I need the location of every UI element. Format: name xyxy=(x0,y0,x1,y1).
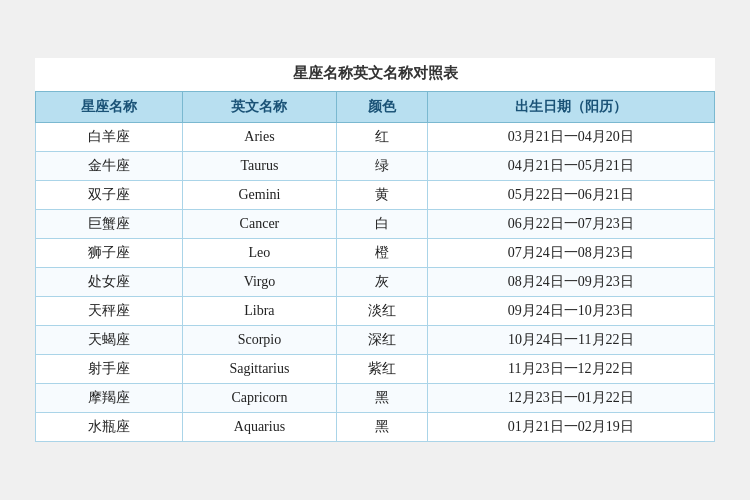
cell-chinese: 巨蟹座 xyxy=(36,210,183,239)
table-row: 狮子座Leo橙07月24日一08月23日 xyxy=(36,239,715,268)
table-row: 射手座Sagittarius紫红11月23日一12月22日 xyxy=(36,355,715,384)
cell-chinese: 狮子座 xyxy=(36,239,183,268)
cell-english: Virgo xyxy=(182,268,337,297)
cell-date: 07月24日一08月23日 xyxy=(427,239,714,268)
table-row: 双子座Gemini黄05月22日一06月21日 xyxy=(36,181,715,210)
cell-chinese: 天蝎座 xyxy=(36,326,183,355)
table-row: 处女座Virgo灰08月24日一09月23日 xyxy=(36,268,715,297)
cell-english: Gemini xyxy=(182,181,337,210)
cell-english: Cancer xyxy=(182,210,337,239)
cell-color: 灰 xyxy=(337,268,427,297)
table-row: 摩羯座Capricorn黑12月23日一01月22日 xyxy=(36,384,715,413)
cell-chinese: 天秤座 xyxy=(36,297,183,326)
cell-chinese: 摩羯座 xyxy=(36,384,183,413)
cell-date: 06月22日一07月23日 xyxy=(427,210,714,239)
header-chinese: 星座名称 xyxy=(36,92,183,123)
cell-color: 黑 xyxy=(337,413,427,442)
cell-color: 深红 xyxy=(337,326,427,355)
header-english: 英文名称 xyxy=(182,92,337,123)
cell-date: 05月22日一06月21日 xyxy=(427,181,714,210)
cell-color: 红 xyxy=(337,123,427,152)
cell-date: 12月23日一01月22日 xyxy=(427,384,714,413)
cell-english: Scorpio xyxy=(182,326,337,355)
cell-color: 紫红 xyxy=(337,355,427,384)
main-container: 星座名称英文名称对照表 星座名称 英文名称 颜色 出生日期（阳历） 白羊座Ari… xyxy=(35,58,715,442)
cell-color: 白 xyxy=(337,210,427,239)
cell-english: Taurus xyxy=(182,152,337,181)
cell-chinese: 水瓶座 xyxy=(36,413,183,442)
cell-color: 黄 xyxy=(337,181,427,210)
table-row: 天秤座Libra淡红09月24日一10月23日 xyxy=(36,297,715,326)
page-title: 星座名称英文名称对照表 xyxy=(35,58,715,91)
cell-chinese: 金牛座 xyxy=(36,152,183,181)
cell-date: 03月21日一04月20日 xyxy=(427,123,714,152)
zodiac-table: 星座名称 英文名称 颜色 出生日期（阳历） 白羊座Aries红03月21日一04… xyxy=(35,91,715,442)
cell-date: 11月23日一12月22日 xyxy=(427,355,714,384)
cell-english: Leo xyxy=(182,239,337,268)
cell-date: 01月21日一02月19日 xyxy=(427,413,714,442)
cell-color: 黑 xyxy=(337,384,427,413)
table-header-row: 星座名称 英文名称 颜色 出生日期（阳历） xyxy=(36,92,715,123)
table-row: 水瓶座Aquarius黑01月21日一02月19日 xyxy=(36,413,715,442)
cell-chinese: 白羊座 xyxy=(36,123,183,152)
cell-chinese: 射手座 xyxy=(36,355,183,384)
cell-english: Libra xyxy=(182,297,337,326)
cell-color: 橙 xyxy=(337,239,427,268)
cell-date: 10月24日一11月22日 xyxy=(427,326,714,355)
cell-english: Aquarius xyxy=(182,413,337,442)
cell-chinese: 双子座 xyxy=(36,181,183,210)
cell-date: 08月24日一09月23日 xyxy=(427,268,714,297)
table-row: 天蝎座Scorpio深红10月24日一11月22日 xyxy=(36,326,715,355)
header-date: 出生日期（阳历） xyxy=(427,92,714,123)
table-row: 白羊座Aries红03月21日一04月20日 xyxy=(36,123,715,152)
cell-english: Capricorn xyxy=(182,384,337,413)
header-color: 颜色 xyxy=(337,92,427,123)
cell-color: 淡红 xyxy=(337,297,427,326)
cell-date: 04月21日一05月21日 xyxy=(427,152,714,181)
cell-color: 绿 xyxy=(337,152,427,181)
table-row: 金牛座Taurus绿04月21日一05月21日 xyxy=(36,152,715,181)
cell-date: 09月24日一10月23日 xyxy=(427,297,714,326)
table-row: 巨蟹座Cancer白06月22日一07月23日 xyxy=(36,210,715,239)
cell-english: Aries xyxy=(182,123,337,152)
cell-chinese: 处女座 xyxy=(36,268,183,297)
cell-english: Sagittarius xyxy=(182,355,337,384)
